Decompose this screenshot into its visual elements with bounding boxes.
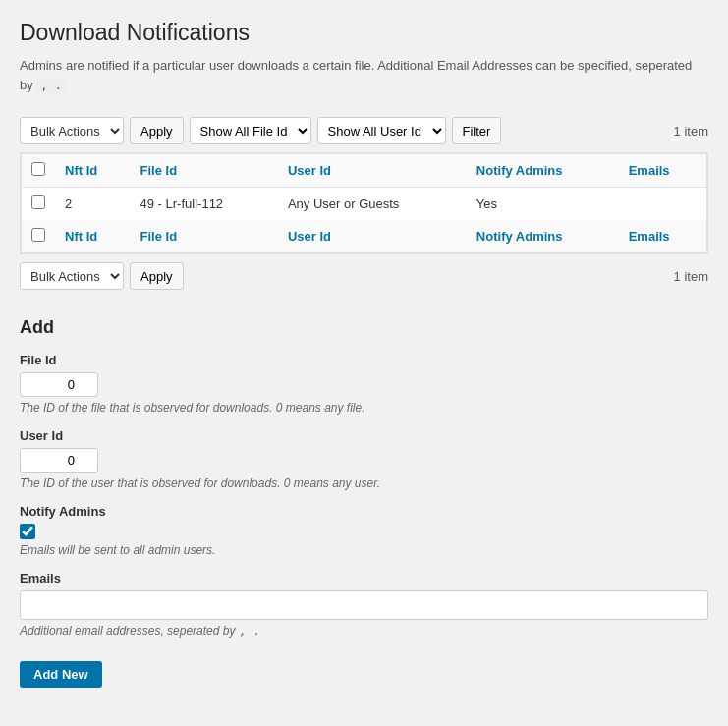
add-section: Add File Id The ID of the file that is o… xyxy=(20,317,708,688)
header-file-id: File Id xyxy=(131,154,278,188)
show-user-id-select[interactable]: Show All User Id xyxy=(317,117,446,144)
page-title: Download Notifications xyxy=(20,20,708,46)
item-count-top: 1 item xyxy=(674,124,708,139)
row-emails xyxy=(619,188,707,221)
footer-user-id: User Id xyxy=(278,220,467,253)
row-user-id: Any User or Guests xyxy=(278,188,467,221)
row-notify-admins: Yes xyxy=(467,188,619,221)
emails-group: Emails Additional email addresses, seper… xyxy=(20,571,708,638)
emails-input[interactable] xyxy=(20,590,708,620)
user-id-group: User Id The ID of the user that is obser… xyxy=(20,428,708,490)
footer-nft-id: Nft Id xyxy=(55,220,131,253)
notify-admins-label: Notify Admins xyxy=(20,504,708,519)
file-id-input[interactable] xyxy=(20,372,98,397)
footer-file-id-link[interactable]: File Id xyxy=(140,229,178,244)
footer-notify-admins-link[interactable]: Notify Admins xyxy=(476,229,563,244)
header-notify-admins: Notify Admins xyxy=(467,154,619,188)
footer-file-id: File Id xyxy=(131,220,278,253)
user-id-label: User Id xyxy=(20,428,708,443)
row-file-id: 49 - Lr-full-112 xyxy=(131,188,278,221)
user-id-input[interactable] xyxy=(20,448,98,473)
user-id-hint: The ID of the user that is observed for … xyxy=(20,476,708,490)
emails-hint: Additional email addresses, seperated by… xyxy=(20,624,708,638)
page-description: Admins are notified if a particular user… xyxy=(20,56,708,94)
bottom-toolbar: Bulk Actions Apply 1 item xyxy=(20,254,708,298)
emails-sort-link[interactable]: Emails xyxy=(629,163,670,178)
notify-admins-group: Notify Admins Emails will be sent to all… xyxy=(20,504,708,557)
select-all-checkbox[interactable] xyxy=(31,162,45,176)
file-id-hint: The ID of the file that is observed for … xyxy=(20,401,708,415)
footer-user-id-link[interactable]: User Id xyxy=(288,229,331,244)
apply-bottom-button[interactable]: Apply xyxy=(130,262,184,290)
select-all-footer-checkbox[interactable] xyxy=(31,228,45,242)
show-file-id-select[interactable]: Show All File Id xyxy=(190,117,311,144)
row-nft-id: 2 xyxy=(55,188,131,221)
bulk-actions-bottom-select[interactable]: Bulk Actions xyxy=(20,262,124,290)
header-user-id: User Id xyxy=(278,154,467,188)
row-checkbox-cell xyxy=(22,188,56,221)
table-footer-row: Nft Id File Id User Id Notify Admins Ema… xyxy=(22,220,707,253)
notify-admins-row xyxy=(20,524,708,539)
notify-admins-checkbox[interactable] xyxy=(20,524,35,539)
header-emails: Emails xyxy=(619,154,707,188)
file-id-label: File Id xyxy=(20,353,708,367)
apply-top-button[interactable]: Apply xyxy=(130,117,184,144)
notify-admins-sort-link[interactable]: Notify Admins xyxy=(476,163,563,178)
table-row: 2 49 - Lr-full-112 Any User or Guests Ye… xyxy=(22,188,707,221)
notify-admins-hint: Emails will be sent to all admin users. xyxy=(20,543,708,557)
add-section-title: Add xyxy=(20,317,708,338)
footer-emails: Emails xyxy=(619,220,707,253)
header-checkbox-cell xyxy=(22,154,56,188)
table-header-row: Nft Id File Id User Id Notify Admins Ema… xyxy=(22,154,707,188)
row-checkbox[interactable] xyxy=(31,195,45,209)
user-id-sort-link[interactable]: User Id xyxy=(288,163,331,178)
emails-label: Emails xyxy=(20,571,708,586)
notifications-table: Nft Id File Id User Id Notify Admins Ema… xyxy=(21,153,707,253)
footer-nft-id-link[interactable]: Nft Id xyxy=(65,229,97,244)
nft-id-sort-link[interactable]: Nft Id xyxy=(65,163,97,178)
filter-button[interactable]: Filter xyxy=(452,117,502,144)
add-new-button[interactable]: Add New xyxy=(20,661,102,688)
footer-notify-admins: Notify Admins xyxy=(467,220,619,253)
notifications-table-wrapper: Nft Id File Id User Id Notify Admins Ema… xyxy=(20,152,708,254)
file-id-sort-link[interactable]: File Id xyxy=(140,163,178,178)
item-count-bottom: 1 item xyxy=(674,269,708,284)
footer-emails-link[interactable]: Emails xyxy=(629,229,670,244)
top-toolbar: Bulk Actions Apply Show All File Id Show… xyxy=(20,109,708,152)
bulk-actions-top-select[interactable]: Bulk Actions xyxy=(20,117,124,144)
header-nft-id: Nft Id xyxy=(55,154,131,188)
footer-checkbox-cell xyxy=(22,220,56,253)
file-id-group: File Id The ID of the file that is obser… xyxy=(20,353,708,415)
